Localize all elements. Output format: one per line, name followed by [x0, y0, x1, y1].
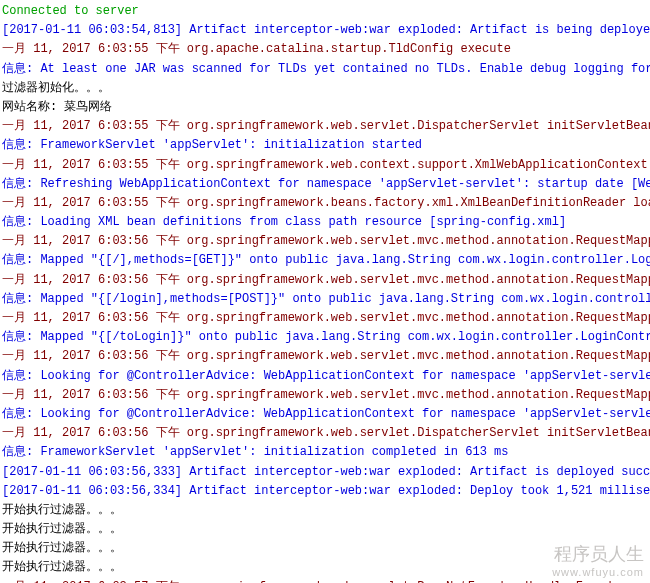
- log-line: 一月 11, 2017 6:03:56 下午 org.springframewo…: [2, 232, 648, 251]
- log-line: 一月 11, 2017 6:03:55 下午 org.springframewo…: [2, 156, 648, 175]
- log-line: 一月 11, 2017 6:03:57 下午 org.springframewo…: [2, 578, 648, 583]
- log-line: 信息: FrameworkServlet 'appServlet': initi…: [2, 136, 648, 155]
- log-line: 信息: At least one JAR was scanned for TLD…: [2, 60, 648, 79]
- log-line: Connected to server: [2, 2, 648, 21]
- log-line: 信息: Refreshing WebApplicationContext for…: [2, 175, 648, 194]
- log-line: 开始执行过滤器。。。: [2, 539, 648, 558]
- log-line: 一月 11, 2017 6:03:55 下午 org.springframewo…: [2, 194, 648, 213]
- log-line: 一月 11, 2017 6:03:55 下午 org.springframewo…: [2, 117, 648, 136]
- log-line: 开始执行过滤器。。。: [2, 520, 648, 539]
- console-output: Connected to server[2017-01-11 06:03:54,…: [2, 2, 648, 583]
- log-line: 过滤器初始化。。。: [2, 79, 648, 98]
- log-line: 一月 11, 2017 6:03:56 下午 org.springframewo…: [2, 271, 648, 290]
- log-line: 一月 11, 2017 6:03:55 下午 org.apache.catali…: [2, 40, 648, 59]
- log-line: 开始执行过滤器。。。: [2, 558, 648, 577]
- log-line: [2017-01-11 06:03:54,813] Artifact inter…: [2, 21, 648, 40]
- log-line: 信息: Mapped "{[/],methods=[GET]}" onto pu…: [2, 251, 648, 270]
- log-line: 信息: Looking for @ControllerAdvice: WebAp…: [2, 367, 648, 386]
- log-line: 一月 11, 2017 6:03:56 下午 org.springframewo…: [2, 386, 648, 405]
- log-line: 一月 11, 2017 6:03:56 下午 org.springframewo…: [2, 347, 648, 366]
- log-line: 一月 11, 2017 6:03:56 下午 org.springframewo…: [2, 424, 648, 443]
- log-line: [2017-01-11 06:03:56,333] Artifact inter…: [2, 463, 648, 482]
- log-line: 网站名称: 菜鸟网络: [2, 98, 648, 117]
- log-line: 开始执行过滤器。。。: [2, 501, 648, 520]
- log-line: 信息: Mapped "{[/login],methods=[POST]}" o…: [2, 290, 648, 309]
- log-line: 信息: Looking for @ControllerAdvice: WebAp…: [2, 405, 648, 424]
- log-line: 信息: FrameworkServlet 'appServlet': initi…: [2, 443, 648, 462]
- log-line: 信息: Mapped "{[/toLogin]}" onto public ja…: [2, 328, 648, 347]
- log-line: 信息: Loading XML bean definitions from cl…: [2, 213, 648, 232]
- log-line: 一月 11, 2017 6:03:56 下午 org.springframewo…: [2, 309, 648, 328]
- log-line: [2017-01-11 06:03:56,334] Artifact inter…: [2, 482, 648, 501]
